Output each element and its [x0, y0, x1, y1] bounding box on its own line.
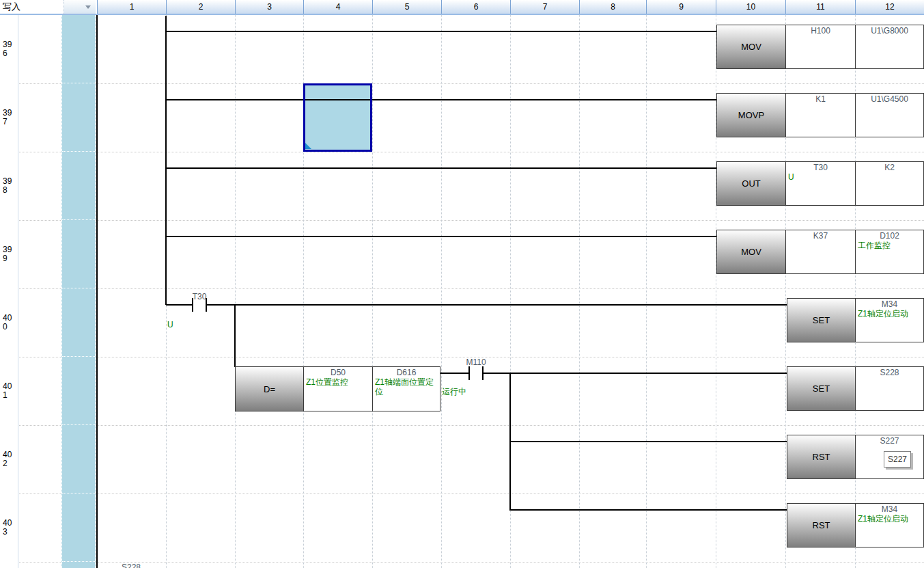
- col-header-12: 12: [855, 0, 924, 14]
- instruction-box-set-400[interactable]: SET M34 Z1轴定位启动: [787, 298, 924, 342]
- rung-line-402: [510, 441, 787, 442]
- grid-col-line: [646, 15, 647, 568]
- instruction-mnemonic: RST: [787, 504, 855, 547]
- device-comment: Z1位置监控: [306, 377, 371, 387]
- instruction-box-mov-396[interactable]: MOV H100 U1\G8000: [716, 25, 924, 69]
- chevron-down-icon[interactable]: [85, 5, 91, 9]
- instruction-mnemonic: RST: [787, 435, 855, 478]
- operand-cell[interactable]: S228: [855, 367, 923, 410]
- operand-cell[interactable]: T30 U: [785, 162, 855, 205]
- contact-t30-comment: U: [167, 320, 173, 329]
- rung-line-401: [484, 373, 787, 374]
- rung-line-398: [166, 167, 716, 169]
- row-number-399: 399: [0, 220, 18, 288]
- col-header-2: 2: [166, 0, 235, 14]
- operand-device: S227: [856, 436, 923, 446]
- device-tooltip: S227: [884, 451, 911, 468]
- operand-cell[interactable]: M34 Z1轴定位启动: [855, 504, 923, 547]
- operand-cell[interactable]: K37: [785, 230, 855, 273]
- rung-line-397: [166, 99, 716, 100]
- col-header-7: 7: [510, 0, 579, 14]
- operand-device: M34: [856, 299, 923, 309]
- device-comment: 工作监控: [858, 241, 922, 250]
- compare-block-deq-401[interactable]: D= D50 Z1位置监控 D616 Z1轴端面位置定位: [235, 366, 440, 411]
- selected-cell-border: [303, 83, 372, 152]
- left-bus-bar: [96, 15, 98, 568]
- row-number-398: 398: [0, 152, 18, 220]
- grid-col-line: [372, 15, 373, 568]
- header-dropdown-cell[interactable]: [64, 0, 96, 14]
- col-header-4: 4: [303, 0, 372, 14]
- operand-cell[interactable]: D102 工作监控: [855, 230, 923, 273]
- operand-device: S228: [856, 368, 923, 377]
- instruction-mnemonic: SET: [787, 367, 855, 410]
- branch-line-400-401: [234, 304, 236, 367]
- instruction-box-movp-397[interactable]: MOVP K1 U1\G4500: [716, 93, 924, 137]
- operand-device: U1\G8000: [856, 26, 923, 36]
- operand-device: D50: [304, 368, 372, 377]
- row-number-403: 403: [0, 493, 18, 562]
- instruction-mnemonic: MOV: [717, 230, 785, 273]
- contact-m110-left-bar[interactable]: [468, 366, 470, 380]
- instruction-mnemonic: OUT: [717, 162, 785, 205]
- row-number-column: 396 397 398 399 400 401 402 403: [0, 15, 18, 568]
- ladder-editor-window: 写入 1 2 3 4 5 6 7 8 9 10 11 12 396 397 39…: [0, 0, 924, 568]
- column-header-bar: 写入 1 2 3 4 5 6 7 8 9 10 11 12: [0, 0, 924, 15]
- grid-col-line: [235, 15, 236, 568]
- device-comment: Z1轴端面位置定位: [375, 377, 438, 396]
- compare-mnemonic: D=: [236, 367, 303, 411]
- instruction-box-mov-399[interactable]: MOV K37 D102 工作监控: [716, 230, 924, 274]
- col-header-9: 9: [646, 0, 716, 14]
- contact-m110-label: M110: [456, 357, 496, 367]
- row-number-402: 402: [0, 425, 18, 493]
- row-number-396: 396: [0, 15, 18, 83]
- branch-line-rows-396-400: [165, 16, 167, 305]
- operand-cell[interactable]: D616 Z1轴端面位置定位: [372, 367, 440, 411]
- device-comment: U: [788, 172, 854, 182]
- operand-cell[interactable]: U1\G8000: [855, 25, 923, 68]
- instruction-box-rst-403[interactable]: RST M34 Z1轴定位启动: [787, 503, 924, 547]
- instruction-mnemonic: SET: [787, 299, 855, 342]
- device-comment: Z1轴定位启动: [858, 309, 922, 319]
- contact-s228-label: S228: [111, 563, 152, 568]
- operand-device: T30: [786, 163, 855, 172]
- operand-cell[interactable]: H100: [785, 25, 855, 68]
- rung-line-401: [440, 373, 468, 374]
- device-comment: Z1轴定位启动: [858, 514, 922, 524]
- operand-device: K2: [856, 163, 923, 172]
- rung-line-400: [207, 304, 787, 306]
- operand-cell[interactable]: K2: [855, 162, 923, 205]
- row-number-401: 401: [0, 357, 18, 425]
- edit-marker-column: [61, 15, 96, 568]
- operand-device: D616: [373, 368, 440, 377]
- operand-device: M34: [856, 504, 923, 514]
- col-header-3: 3: [235, 0, 303, 14]
- rung-line-403: [510, 509, 787, 511]
- col-header-1: 1: [97, 0, 166, 14]
- col-header-8: 8: [579, 0, 646, 14]
- instruction-mnemonic: MOV: [717, 25, 785, 68]
- operand-cell[interactable]: K1: [785, 94, 855, 137]
- operand-device: H100: [786, 26, 855, 36]
- col-header-6: 6: [441, 0, 510, 14]
- instruction-box-set-401[interactable]: SET S228: [787, 366, 924, 411]
- operand-device: K1: [786, 94, 855, 104]
- insert-cursor-icon: [305, 143, 311, 149]
- operand-device: D102: [856, 231, 923, 241]
- grid-col-line: [441, 15, 442, 568]
- operand-device: K37: [786, 231, 855, 241]
- contact-t30-label: T30: [179, 292, 220, 301]
- row-number-400: 400: [0, 288, 18, 357]
- instruction-box-out-398[interactable]: OUT T30 U K2: [716, 161, 924, 206]
- col-header-10: 10: [716, 0, 785, 14]
- operand-cell[interactable]: D50 Z1位置监控: [303, 367, 372, 411]
- rung-line-399: [166, 236, 716, 237]
- operand-device: U1\G4500: [856, 94, 923, 104]
- col-header-11: 11: [785, 0, 855, 14]
- rung-line-400: [166, 304, 192, 306]
- contact-m110-comment: 运行中: [442, 387, 466, 396]
- instruction-mnemonic: MOVP: [717, 94, 785, 137]
- operand-cell[interactable]: M34 Z1轴定位启动: [855, 299, 923, 342]
- operand-cell[interactable]: U1\G4500: [855, 94, 923, 137]
- row-number-397: 397: [0, 83, 18, 152]
